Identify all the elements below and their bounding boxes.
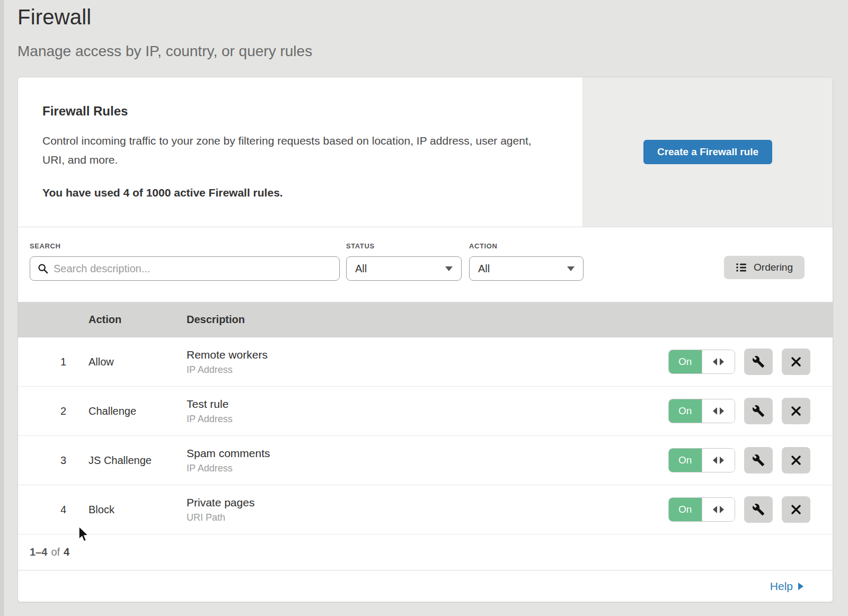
table-row: 1 Allow Remote workers IP Address On xyxy=(18,337,833,387)
toggle-handle[interactable] xyxy=(702,449,735,472)
toggle-on-label: On xyxy=(669,498,702,521)
edit-rule-button[interactable] xyxy=(744,447,773,474)
page-title: Firewall xyxy=(17,5,848,29)
close-icon xyxy=(790,504,802,515)
chevron-down-icon xyxy=(567,266,575,271)
status-select[interactable]: All xyxy=(346,256,462,281)
ordering-button[interactable]: Ordering xyxy=(724,256,805,279)
rule-action: Block xyxy=(89,504,187,516)
close-icon xyxy=(790,356,802,368)
rule-match-type: IP Address xyxy=(187,414,668,425)
delete-rule-button[interactable] xyxy=(782,349,810,375)
edit-rule-button[interactable] xyxy=(744,349,773,375)
rule-description-cell: Test rule IP Address xyxy=(187,398,668,425)
rule-description-cell: Remote workers IP Address xyxy=(187,349,668,376)
delete-rule-button[interactable] xyxy=(782,496,810,523)
rules-summary-section: Firewall Rules Control incoming traffic … xyxy=(18,77,833,227)
rule-description: Spam comments xyxy=(187,447,668,460)
toggle-arrows-icon xyxy=(720,407,724,415)
table-row: 3 JS Challenge Spam comments IP Address … xyxy=(18,436,833,485)
rule-description-cell: Spam comments IP Address xyxy=(187,447,668,474)
rule-match-type: IP Address xyxy=(187,463,668,474)
description-column-header: Description xyxy=(187,314,810,326)
toggle-arrows-icon xyxy=(713,407,717,415)
rules-summary-text: Firewall Rules Control incoming traffic … xyxy=(18,77,582,227)
table-header: Action Description xyxy=(18,302,833,337)
close-icon xyxy=(790,405,802,417)
action-column-header: Action xyxy=(89,314,187,326)
list-ordering-icon xyxy=(736,262,747,273)
rule-controls: On xyxy=(668,496,810,523)
search-box[interactable] xyxy=(30,256,340,281)
search-input[interactable] xyxy=(54,263,332,275)
action-selected-value: All xyxy=(478,263,490,275)
arrow-right-icon xyxy=(798,583,803,590)
rule-enabled-toggle[interactable]: On xyxy=(668,350,735,374)
rule-description: Test rule xyxy=(187,398,668,410)
rule-match-type: URI Path xyxy=(187,512,668,523)
rule-action: JS Challenge xyxy=(89,454,187,467)
create-rule-panel: Create a Firewall rule xyxy=(582,77,833,227)
action-filter-group: ACTION All xyxy=(469,242,584,281)
toggle-handle[interactable] xyxy=(702,498,735,521)
delete-rule-button[interactable] xyxy=(782,398,810,424)
rule-description: Private pages xyxy=(187,496,668,509)
rule-priority: 1 xyxy=(38,356,89,368)
rules-card-description: Control incoming traffic to your zone by… xyxy=(42,131,545,169)
table-row: 4 Block Private pages URI Path On xyxy=(18,485,833,534)
rules-usage-note: You have used 4 of 1000 active Firewall … xyxy=(42,186,545,199)
rule-controls: On xyxy=(668,349,810,375)
rule-description-cell: Private pages URI Path xyxy=(187,496,668,523)
wrench-icon xyxy=(752,503,765,516)
toggle-arrows-icon xyxy=(720,506,724,513)
status-filter-group: STATUS All xyxy=(346,242,462,281)
toggle-arrows-icon xyxy=(713,457,717,464)
edit-rule-button[interactable] xyxy=(744,496,773,523)
rule-enabled-toggle[interactable]: On xyxy=(668,497,735,522)
filters-bar: SEARCH STATUS All ACTION All xyxy=(18,227,833,302)
toggle-on-label: On xyxy=(669,350,702,373)
chevron-down-icon xyxy=(445,266,453,271)
rule-match-type: IP Address xyxy=(187,364,668,376)
toggle-arrows-icon xyxy=(720,457,724,464)
rule-priority: 3 xyxy=(38,454,89,467)
status-selected-value: All xyxy=(355,263,367,275)
window-edge xyxy=(0,0,5,616)
toggle-handle[interactable] xyxy=(702,350,735,373)
rule-action: Allow xyxy=(89,356,187,368)
search-icon xyxy=(38,263,48,274)
toggle-arrows-icon xyxy=(713,506,717,513)
edit-rule-button[interactable] xyxy=(744,398,773,424)
toggle-on-label: On xyxy=(669,399,702,423)
toggle-on-label: On xyxy=(669,449,702,472)
rule-enabled-toggle[interactable]: On xyxy=(668,399,735,423)
action-select[interactable]: All xyxy=(469,256,584,281)
wrench-icon xyxy=(752,405,765,417)
pagination-range: 1–4 xyxy=(30,546,47,558)
create-firewall-rule-button[interactable]: Create a Firewall rule xyxy=(643,140,772,164)
rule-priority: 2 xyxy=(38,405,89,417)
rule-description: Remote workers xyxy=(187,349,668,361)
ordering-button-label: Ordering xyxy=(754,262,793,273)
rule-controls: On xyxy=(668,447,810,474)
page-header: Firewall Manage access by IP, country, o… xyxy=(0,0,848,60)
pagination-total: 4 xyxy=(64,546,69,558)
rules-card-title: Firewall Rules xyxy=(42,104,545,119)
toggle-handle[interactable] xyxy=(702,399,735,423)
rule-controls: On xyxy=(668,398,810,424)
delete-rule-button[interactable] xyxy=(782,447,810,474)
wrench-icon xyxy=(752,454,765,467)
firewall-rules-card: Firewall Rules Control incoming traffic … xyxy=(17,77,833,602)
table-row: 2 Challenge Test rule IP Address On xyxy=(18,387,833,436)
action-label: ACTION xyxy=(469,242,584,250)
toggle-arrows-icon xyxy=(720,358,724,365)
rule-enabled-toggle[interactable]: On xyxy=(668,448,735,472)
help-row: Help xyxy=(18,570,833,602)
page-subtitle: Manage access by IP, country, or query r… xyxy=(17,43,848,60)
help-link[interactable]: Help xyxy=(770,580,793,593)
rules-table-body: 1 Allow Remote workers IP Address On xyxy=(18,337,833,534)
ordering-wrap: Ordering xyxy=(724,242,805,279)
search-filter-group: SEARCH xyxy=(30,242,340,281)
rule-action: Challenge xyxy=(89,405,187,417)
search-label: SEARCH xyxy=(30,242,340,250)
